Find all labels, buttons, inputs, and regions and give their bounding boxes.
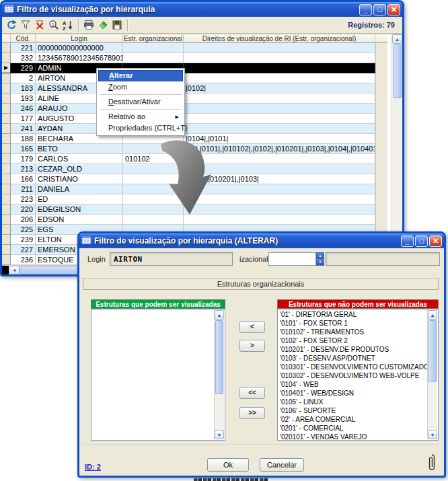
list-item[interactable]: '01' - DIRETORIA GERAL	[278, 310, 427, 319]
move-all-right-button[interactable]: >>	[239, 407, 265, 419]
clean-icon[interactable]	[97, 19, 109, 31]
cell-direitos[interactable]	[184, 53, 375, 63]
cell-direitos[interactable]	[184, 63, 375, 73]
cell-direitos[interactable]	[184, 73, 375, 83]
maximize-button[interactable]: □	[373, 4, 386, 15]
table-row[interactable]: 2AIRTON	[2, 73, 375, 83]
list-item[interactable]: '0101' - FOX SETOR 1	[278, 319, 427, 328]
scroll-thumb[interactable]	[215, 320, 223, 394]
filter-icon[interactable]	[20, 19, 32, 31]
cell-cod[interactable]: 165	[11, 144, 36, 154]
row-selector-gutter[interactable]	[2, 94, 11, 104]
window1-titlebar[interactable]: Filtro de visualização por hierarquia _ …	[2, 2, 402, 17]
estrutura-name-field[interactable]	[326, 252, 440, 266]
cell-cod[interactable]: 225	[11, 225, 36, 235]
cell-cod[interactable]: 193	[11, 94, 36, 104]
cell-cod[interactable]: 206	[11, 215, 36, 225]
cell-login[interactable]: EDEGILSON	[36, 205, 123, 215]
allowed-structures-list[interactable]: ▲ ▼	[91, 309, 225, 441]
row-selector-gutter[interactable]	[2, 114, 11, 124]
row-selector-gutter[interactable]	[2, 43, 11, 53]
close-button[interactable]: ✕	[387, 4, 400, 15]
maximize-button[interactable]: □	[415, 235, 428, 247]
cell-direitos[interactable]	[184, 94, 375, 104]
row-selector-gutter[interactable]	[2, 255, 11, 265]
cell-login[interactable]: ED	[36, 194, 123, 205]
scroll-left-icon[interactable]: ◄	[9, 266, 20, 274]
scroll-track[interactable]	[215, 395, 224, 430]
grid-header-direitos[interactable]: Direitos de visualização de RI (Estr. or…	[184, 34, 375, 43]
row-selector-gutter[interactable]	[2, 83, 11, 94]
vertical-scrollbar[interactable]: ▲ ▼	[391, 34, 402, 265]
cell-login[interactable]: EDSON	[36, 215, 123, 225]
cell-cod[interactable]: 177	[11, 114, 36, 124]
list-item[interactable]: '02' - AREA COMERCIAL	[278, 415, 427, 424]
row-selector-gutter[interactable]	[2, 245, 11, 255]
list-item[interactable]: '0104' - WEB	[278, 380, 427, 389]
row-selector-gutter[interactable]	[2, 164, 11, 174]
scroll-split-handle[interactable]	[2, 266, 9, 274]
cell-cod[interactable]: 211	[11, 184, 36, 194]
cell-direitos[interactable]	[184, 104, 375, 114]
cell-login[interactable]: CARLOS	[36, 154, 123, 164]
scroll-down-icon[interactable]: ▼	[428, 430, 437, 439]
list-item[interactable]: '0102' - FOX SETOR 2	[278, 336, 427, 345]
list-item[interactable]: '010302' - DESENVOLVIMENTO WEB-VOLPE	[278, 371, 427, 380]
save-icon[interactable]	[111, 19, 123, 31]
cell-direitos[interactable]: |0102|	[184, 83, 375, 94]
grid-header-cod[interactable]: Cód.	[11, 34, 36, 43]
cell-login[interactable]: BETO	[36, 144, 123, 154]
row-selector-gutter[interactable]	[2, 134, 11, 144]
cell-cod[interactable]: 220	[11, 205, 36, 215]
cell-login[interactable]: 12345678901234567890123	[36, 53, 123, 63]
scroll-up-icon[interactable]: ▲	[428, 310, 437, 320]
grid-header-estr[interactable]: Estr. organizacional	[123, 34, 184, 43]
row-selector-gutter[interactable]	[2, 205, 11, 215]
cell-cod[interactable]: 179	[11, 154, 36, 164]
cell-cod[interactable]: 166	[11, 174, 36, 184]
ok-button[interactable]: Ok	[207, 458, 249, 472]
scroll-up-icon[interactable]: ▲	[392, 34, 402, 44]
cell-cod[interactable]: 2	[11, 73, 36, 83]
list-item[interactable]: '020101' - VENDAS VAREJO	[278, 433, 427, 440]
row-selector-gutter[interactable]	[2, 235, 11, 245]
list-item[interactable]: '0105' - LINUX	[278, 398, 427, 406]
grid-header-login[interactable]: Login	[36, 34, 123, 43]
left-list-scrollbar[interactable]: ▲ ▼	[214, 310, 224, 439]
row-selector-gutter[interactable]: ▶	[2, 63, 11, 73]
cell-login[interactable]: DANIELA	[36, 184, 123, 194]
row-selector-gutter[interactable]	[2, 53, 11, 63]
cell-cod[interactable]: 236	[11, 255, 36, 265]
row-selector-gutter[interactable]	[2, 104, 11, 114]
list-item[interactable]: '010301' - DESENVOLVIMENTO CUSTOMIZADO	[278, 363, 427, 371]
cell-cod[interactable]: 223	[11, 194, 36, 205]
list-item[interactable]: '0103' - DESENV.ASP/DOTNET	[278, 354, 427, 363]
cell-cod[interactable]: 227	[11, 245, 36, 255]
cell-cod[interactable]: 246	[11, 104, 36, 114]
row-selector-gutter[interactable]	[2, 154, 11, 164]
close-button[interactable]: ✕	[429, 235, 442, 247]
minimize-button[interactable]: _	[401, 235, 414, 247]
table-row[interactable]: 193ALINE	[2, 94, 375, 104]
cell-cod[interactable]: 239	[11, 235, 36, 245]
denied-structures-list[interactable]: '01' - DIRETORIA GERAL'0101' - FOX SETOR…	[277, 309, 439, 441]
cell-cod[interactable]: 188	[11, 134, 36, 144]
move-left-button[interactable]: <	[239, 321, 265, 333]
estrutura-spinner[interactable]: ▲ ▼	[316, 252, 324, 266]
cancel-button[interactable]: Cancelar	[260, 458, 304, 472]
cell-cod[interactable]: 213	[11, 164, 36, 174]
list-item[interactable]: '010102' - TREINAMENTOS	[278, 328, 427, 336]
list-item[interactable]: '0201' - COMERCIAL	[278, 424, 427, 433]
cell-estr[interactable]	[123, 43, 184, 53]
table-row[interactable]: 2210000000000000000	[2, 43, 375, 53]
cell-login[interactable]: CRISTIANO	[36, 174, 123, 184]
scroll-thumb[interactable]	[428, 320, 437, 382]
minimize-button[interactable]: _	[359, 4, 372, 15]
cell-login[interactable]: 0000000000000000	[36, 43, 123, 53]
table-row[interactable]: 23212345678901234567890123	[2, 53, 375, 63]
estrutura-code-input[interactable]	[268, 252, 316, 266]
table-row[interactable]: 177AUGUSTO	[2, 114, 375, 124]
row-selector-gutter[interactable]	[2, 73, 11, 83]
move-all-left-button[interactable]: <<	[239, 387, 265, 399]
cell-cod[interactable]: 221	[11, 43, 36, 53]
